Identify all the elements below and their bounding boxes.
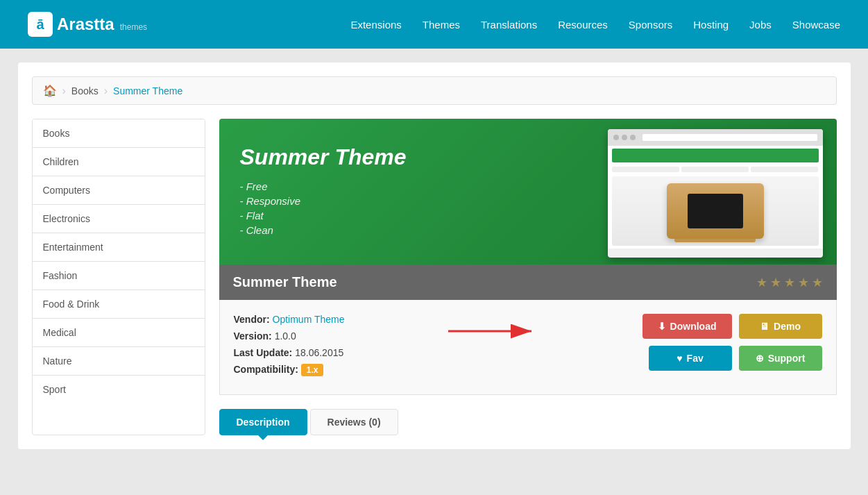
version-value: 1.0.0 xyxy=(275,330,296,342)
nav-themes[interactable]: Themes xyxy=(423,19,460,31)
nav-sponsors[interactable]: Sponsors xyxy=(629,19,672,31)
support-icon: ⊕ xyxy=(756,353,764,364)
browser-dot-2 xyxy=(622,135,627,140)
screenshot-body xyxy=(608,146,823,249)
star-5[interactable]: ★ xyxy=(812,275,823,290)
laptop-container xyxy=(612,176,819,246)
fav-icon: ♥ xyxy=(676,353,682,364)
browser-dot-1 xyxy=(613,135,619,140)
version-row: Version: 1.0.0 xyxy=(234,330,345,342)
theme-banner-text: Summer Theme - Free - Responsive - Flat … xyxy=(240,144,407,239)
compatibility-badge: 1.x xyxy=(301,364,324,376)
content-area: Books Children Computers Electronics Ent… xyxy=(32,119,837,435)
browser-dot-3 xyxy=(630,135,636,140)
sidebar-item-medical[interactable]: Medical xyxy=(33,319,205,347)
fav-button[interactable]: ♥ Fav xyxy=(649,346,732,371)
sidebar: Books Children Computers Electronics Ent… xyxy=(32,119,205,435)
demo-label: Demo xyxy=(774,321,801,332)
tab-reviews[interactable]: Reviews (0) xyxy=(310,409,398,435)
star-4[interactable]: ★ xyxy=(798,275,809,290)
screenshot-menu xyxy=(612,167,819,172)
theme-banner: Summer Theme - Free - Responsive - Flat … xyxy=(219,119,837,265)
nav-translations[interactable]: Translations xyxy=(481,19,537,31)
compatibility-row: Compatibility: 1.x xyxy=(234,364,345,375)
sidebar-item-electronics[interactable]: Electronics xyxy=(33,205,205,233)
vendor-label: Vendor: xyxy=(234,314,270,325)
sidebar-item-food-drink[interactable]: Food & Drink xyxy=(33,290,205,319)
logo-icon: ā xyxy=(28,12,53,37)
feature-clean: - Clean xyxy=(240,224,407,236)
download-button[interactable]: ⬇ Download xyxy=(643,314,732,339)
download-icon: ⬇ xyxy=(658,321,666,332)
breadcrumb-sep-1: › xyxy=(62,85,66,97)
feature-free: - Free xyxy=(240,181,407,192)
vendor-row: Vendor: Optimum Theme xyxy=(234,314,345,325)
action-buttons: ⬇ Download 🖥 Demo ♥ Fav xyxy=(643,314,822,371)
demo-icon: 🖥 xyxy=(760,321,769,332)
theme-banner-title: Summer Theme xyxy=(240,144,407,170)
sidebar-item-computers[interactable]: Computers xyxy=(33,176,205,205)
tab-description[interactable]: Description xyxy=(219,409,307,435)
demo-button[interactable]: 🖥 Demo xyxy=(739,314,822,339)
sidebar-item-sport[interactable]: Sport xyxy=(33,376,205,403)
breadcrumb: 🏠 › Books › Summer Theme xyxy=(32,76,837,105)
support-button[interactable]: ⊕ Support xyxy=(739,346,822,371)
nav-extensions[interactable]: Extensions xyxy=(350,19,401,31)
last-update-label: Last Update: xyxy=(234,347,293,358)
nav-resources[interactable]: Resources xyxy=(558,19,608,31)
breadcrumb-books[interactable]: Books xyxy=(71,85,99,97)
theme-content: Summer Theme - Free - Responsive - Flat … xyxy=(219,119,837,435)
btn-row-top: ⬇ Download 🖥 Demo xyxy=(643,314,822,339)
screenshot-nav xyxy=(612,149,819,162)
breadcrumb-home-icon[interactable]: 🏠 xyxy=(43,84,57,97)
theme-screenshot xyxy=(608,129,823,258)
theme-title-bar: Summer Theme ★ ★ ★ ★ ★ xyxy=(219,265,837,300)
breadcrumb-sep-2: › xyxy=(104,85,108,97)
main-container: 🏠 › Books › Summer Theme Books Children … xyxy=(18,62,851,449)
star-2[interactable]: ★ xyxy=(770,275,781,290)
theme-title: Summer Theme xyxy=(233,274,337,290)
last-update-value: 18.06.2015 xyxy=(295,347,343,358)
laptop-screen xyxy=(688,194,743,228)
sidebar-item-nature[interactable]: Nature xyxy=(33,347,205,376)
sidebar-item-children[interactable]: Children xyxy=(33,148,205,176)
nav-hosting[interactable]: Hosting xyxy=(693,19,729,31)
vendor-name[interactable]: Optimum Theme xyxy=(273,314,345,325)
last-update-row: Last Update: 18.06.2015 xyxy=(234,347,345,358)
fav-label: Fav xyxy=(687,353,704,364)
arrow-indicator xyxy=(445,314,542,342)
feature-flat: - Flat xyxy=(240,210,407,221)
breadcrumb-current: Summer Theme xyxy=(113,85,182,97)
theme-features: - Free - Responsive - Flat - Clean xyxy=(240,181,407,236)
nav-jobs[interactable]: Jobs xyxy=(749,19,772,31)
sidebar-item-fashion[interactable]: Fashion xyxy=(33,262,205,290)
star-rating[interactable]: ★ ★ ★ ★ ★ xyxy=(756,275,823,290)
tabs-section: Description Reviews (0) xyxy=(219,409,837,435)
feature-responsive: - Responsive xyxy=(240,195,407,207)
laptop xyxy=(667,183,764,239)
support-label: Support xyxy=(768,353,806,364)
star-3[interactable]: ★ xyxy=(784,275,795,290)
logo-sub: themes xyxy=(120,22,147,32)
btn-row-bottom: ♥ Fav ⊕ Support xyxy=(649,346,822,371)
arrow-svg xyxy=(445,321,542,342)
logo[interactable]: ā Arastta themes xyxy=(28,12,147,37)
address-bar xyxy=(643,134,817,141)
theme-meta: Vendor: Optimum Theme Version: 1.0.0 Las… xyxy=(234,314,345,380)
compatibility-label: Compatibility: xyxy=(234,364,298,375)
main-nav: Extensions Themes Translations Resources… xyxy=(350,19,840,31)
nav-showcase[interactable]: Showcase xyxy=(792,19,840,31)
theme-info: Vendor: Optimum Theme Version: 1.0.0 Las… xyxy=(219,300,837,395)
sidebar-item-books[interactable]: Books xyxy=(33,119,205,148)
laptop-base xyxy=(674,239,756,242)
logo-name: Arastta xyxy=(57,15,114,34)
site-header: ā Arastta themes Extensions Themes Trans… xyxy=(0,0,868,49)
sidebar-item-entertainment[interactable]: Entertainment xyxy=(33,233,205,262)
download-label: Download xyxy=(670,321,717,332)
browser-bar xyxy=(608,129,823,146)
version-label: Version: xyxy=(234,330,272,342)
star-1[interactable]: ★ xyxy=(756,275,767,290)
